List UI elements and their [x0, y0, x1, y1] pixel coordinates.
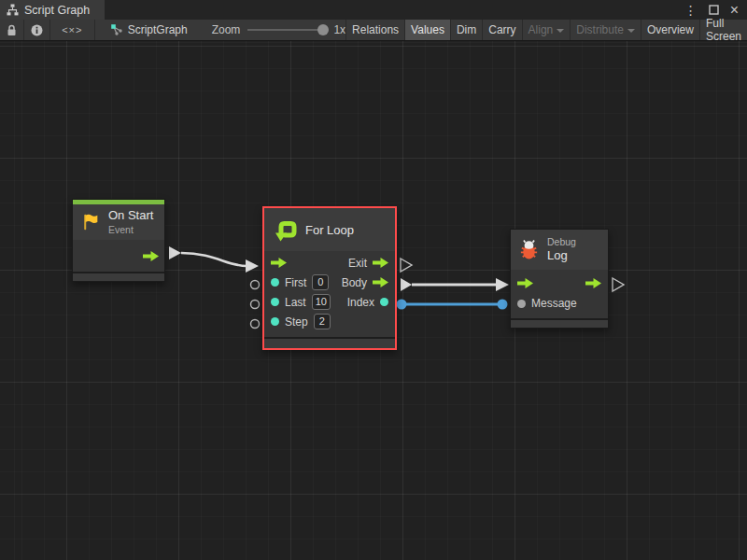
for-loop-row-first: First 0 Body [264, 273, 395, 292]
connection-body-to-debuglog[interactable] [401, 278, 509, 291]
zoom-label: Zoom [212, 23, 241, 36]
loop-icon [272, 217, 298, 243]
on-start-header[interactable]: On Start Event [73, 204, 164, 240]
debug-log-enter-port[interactable] [517, 278, 533, 288]
graph-reference[interactable]: ScriptGraph [110, 20, 188, 40]
debug-log-row-message: Message [511, 293, 608, 314]
relations-label: Relations [352, 23, 399, 36]
debug-log-body: Message [511, 270, 608, 318]
last-port-label: Last [285, 296, 306, 309]
toolbar-toggle-group: Relations Values Dim Carry Align Distrib… [345, 20, 747, 40]
code-view-button[interactable]: <×> [50, 20, 95, 40]
align-label: Align [529, 23, 554, 36]
chevron-down-icon [627, 29, 635, 33]
node-for-loop[interactable]: For Loop Exit [262, 206, 397, 350]
for-loop-body: Exit First 0 Body [264, 251, 395, 337]
debug-log-title: Log [547, 248, 576, 263]
flag-icon [80, 212, 101, 232]
close-icon[interactable]: × [730, 3, 739, 18]
index-port-label: Index [347, 296, 374, 309]
debug-log-footer [511, 318, 608, 328]
message-port-label: Message [531, 297, 577, 310]
node-debug-log[interactable]: Debug Log [510, 229, 609, 329]
on-start-output-port[interactable] [143, 251, 159, 261]
on-start-body [73, 240, 164, 272]
carry-button[interactable]: Carry [482, 20, 521, 40]
forloop-unconnected-input-markers[interactable] [251, 281, 260, 329]
dim-button[interactable]: Dim [450, 20, 482, 40]
zoom-value: 1x [333, 23, 345, 36]
node-on-start[interactable]: On Start Event [72, 199, 165, 282]
for-loop-exit-port[interactable] [373, 258, 388, 268]
titlebar: Script Graph ⋮ × [0, 0, 747, 20]
zoom-control: Zoom 1x [212, 20, 345, 40]
for-loop-row-step: Step 2 [264, 312, 395, 331]
overview-button[interactable]: Overview [641, 20, 699, 40]
for-loop-row-last: Last 10 Index [264, 292, 395, 312]
unity-script-graph-window: Script Graph ⋮ × [0, 0, 747, 560]
values-button[interactable]: Values [404, 20, 450, 40]
debug-log-header[interactable]: Debug Log [511, 230, 608, 270]
graph-canvas[interactable]: On Start Event For Loop [0, 41, 747, 560]
on-start-title: On Start [108, 208, 153, 223]
values-label: Values [411, 23, 444, 36]
tab-title: Script Graph [24, 4, 90, 17]
graph-name-label: ScriptGraph [128, 23, 188, 36]
full-screen-label: Full Screen [706, 17, 741, 43]
for-loop-index-port[interactable] [380, 298, 388, 306]
code-view-icon: <×> [62, 24, 82, 35]
step-port[interactable] [271, 317, 279, 326]
zoom-slider-handle[interactable] [317, 24, 329, 35]
first-port[interactable] [271, 278, 279, 287]
distribute-button[interactable]: Distribute [570, 20, 641, 40]
on-start-subtitle: Event [108, 224, 153, 236]
distribute-label: Distribute [576, 23, 624, 36]
tab-script-graph[interactable]: Script Graph [0, 0, 105, 20]
info-button[interactable] [24, 20, 50, 40]
script-graph-icon [110, 23, 123, 36]
debug-log-row-flow [511, 273, 608, 293]
dim-label: Dim [457, 23, 476, 36]
message-port[interactable] [517, 300, 526, 308]
info-icon [31, 24, 43, 36]
menu-icon[interactable]: ⋮ [684, 4, 698, 17]
align-button[interactable]: Align [522, 20, 571, 40]
relations-button[interactable]: Relations [345, 20, 404, 40]
debug-log-category: Debug [547, 236, 576, 248]
for-loop-row-flow: Exit [264, 253, 395, 273]
on-start-footer [73, 272, 164, 281]
step-port-label: Step [285, 315, 308, 329]
debug-log-exit-port[interactable] [585, 278, 601, 288]
full-screen-button[interactable]: Full Screen [699, 20, 747, 40]
chevron-down-icon [557, 29, 564, 33]
for-loop-body-port[interactable] [373, 277, 388, 287]
lock-button[interactable] [0, 20, 24, 40]
graph-hierarchy-icon [7, 4, 19, 16]
overview-label: Overview [647, 23, 694, 36]
bug-icon [518, 239, 540, 260]
carry-label: Carry [488, 23, 515, 36]
zoom-slider[interactable] [247, 29, 326, 31]
connection-index-to-message[interactable] [397, 300, 508, 310]
for-loop-header[interactable]: For Loop [264, 208, 395, 251]
first-value-input[interactable]: 0 [312, 274, 329, 290]
last-value-input[interactable]: 10 [312, 294, 331, 310]
connection-onstart-to-forloop[interactable] [169, 246, 259, 273]
maximize-icon[interactable] [709, 5, 719, 15]
for-loop-footer [264, 337, 395, 348]
graph-toolbar: <×> ScriptGraph Zoom 1x Relations Values [0, 20, 747, 41]
first-port-label: First [285, 276, 306, 289]
body-port-label: Body [342, 276, 367, 289]
exit-port-label: Exit [348, 257, 367, 270]
for-loop-title: For Loop [305, 223, 354, 237]
for-loop-enter-port[interactable] [271, 258, 287, 268]
lock-icon [7, 24, 17, 36]
debuglog-output-port-marker[interactable] [613, 278, 624, 291]
step-value-input[interactable]: 2 [314, 314, 331, 329]
last-port[interactable] [271, 298, 279, 306]
forloop-exit-port-marker[interactable] [401, 259, 412, 272]
